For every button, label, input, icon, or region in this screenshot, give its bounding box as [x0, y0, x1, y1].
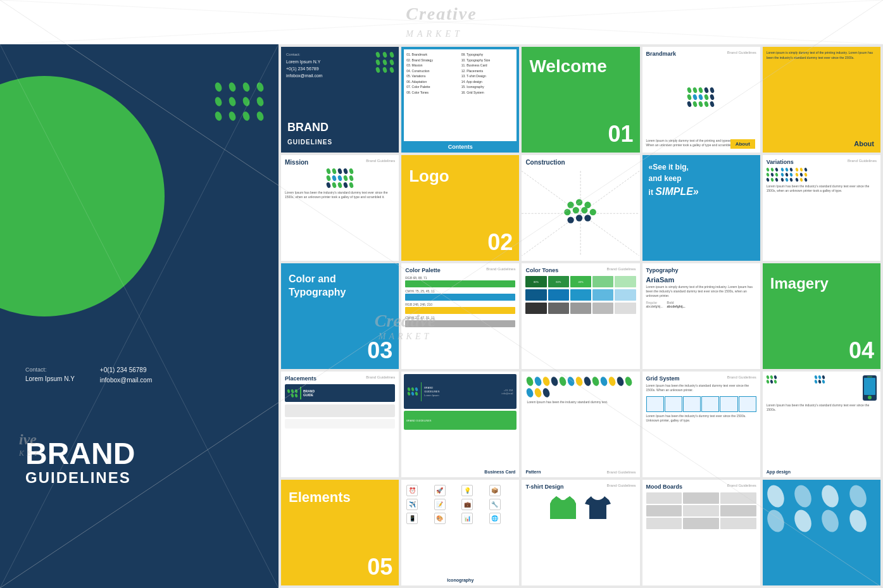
app-design-body: Lorem Ipsum has been the industry's stan…: [765, 402, 878, 413]
slide-color-palette: Color Palette Brand Guidelines RGB 68, 8…: [401, 263, 519, 369]
slide-see-it: «See it big,and keepit SIMPLE»: [642, 155, 760, 261]
logo-title: Logo: [401, 155, 519, 189]
top-bar: Creative MARKET: [0, 0, 883, 44]
slide-construction: Construction: [522, 155, 639, 261]
elements-title: Elements: [281, 480, 399, 509]
color-typography-title: Color andTypography: [281, 263, 399, 303]
slide-color-tones: Color Tones Brand Guidelines 80% 60% 40%: [522, 263, 639, 369]
slide-mood-boards: Mood Boards Brand Guidelines: [642, 480, 760, 585]
svg-point-15: [568, 216, 574, 223]
slide-tshirt: T-shirt Design Brand Guidelines: [522, 480, 639, 585]
slide-mission: Mission Brand Guidelines: [281, 155, 399, 261]
slide-pattern: Lorem Ipsum has been the industry standa…: [522, 372, 639, 477]
right-grid: Contact: Lorem Ipsum N.Y +0(1) 234 56789…: [279, 44, 883, 588]
construction-svg: [522, 171, 639, 256]
slide-app-design: Lorem Ipsum has been the industry's stan…: [763, 372, 880, 477]
mission-body: Lorem Ipsum has been the industry's stan…: [285, 191, 395, 199]
brandmark-title: Brandmark: [646, 51, 677, 57]
typography-body: Lorem ipsum is simply dummy text of the …: [646, 285, 756, 298]
iconography-label: Iconography: [447, 578, 473, 582]
svg-point-17: [585, 215, 591, 221]
slide-welcome: Welcome 01: [522, 47, 639, 153]
variations-subtitle: Brand Guidelines: [848, 159, 877, 165]
left-brand-title: BRAND GUIDELINES: [25, 439, 135, 487]
grid-system-title: Grid System: [646, 375, 680, 382]
grid-system-subtitle: Brand Guidelines: [727, 375, 756, 382]
pattern-body: Lorem Ipsum has been the industry standa…: [524, 400, 637, 404]
mission-title: Mission: [285, 159, 308, 166]
pattern-subtitle: Brand Guidelines: [607, 470, 636, 474]
welcome-title: Welcome: [522, 47, 639, 80]
welcome-number: 01: [608, 121, 634, 147]
typography-title: Typography: [646, 267, 756, 273]
tshirt-dark-icon: [584, 495, 612, 520]
logo-number: 02: [487, 229, 513, 256]
slide-last-blue: [763, 480, 880, 585]
color-tones-title: Color Tones: [525, 267, 558, 273]
slide-variations: Variations Brand Guidelines: [763, 155, 880, 261]
slide-iconography: ⏰ 🚀 💡 📦 ✈️ 📝 💼 🔧 📱 🎨 📊 🌐 Iconography: [401, 480, 519, 585]
placements-subtitle: Brand Guidelines: [366, 375, 395, 382]
svg-point-9: [576, 199, 582, 205]
mood-boards-subtitle: Brand Guidelines: [727, 484, 756, 490]
slide-contents: 01. Brandmark02. Brand Strategy03. Missi…: [401, 47, 519, 153]
green-circle-large: [0, 76, 165, 316]
variations-title: Variations: [767, 159, 794, 165]
business-card-label: Business Card: [484, 470, 515, 474]
slide-business-card: BRANDGUIDELINESLorem Ipsum +01 234info@m…: [401, 372, 519, 477]
color-typography-number: 03: [367, 337, 392, 364]
dots-pattern-top: [215, 82, 266, 121]
mood-boards-title: Mood Boards: [646, 484, 683, 490]
imagery-number: 04: [849, 337, 874, 364]
tshirt-green-icon: [549, 495, 577, 520]
see-it-text: «See it big,and keepit SIMPLE»: [649, 161, 754, 199]
contact-email: infobox@mail.com: [100, 375, 152, 385]
left-panel: Contact: Lorem Ipsum N.Y +0(1) 234 56789…: [0, 44, 279, 588]
slide-elements: Elements 05: [281, 480, 399, 585]
slide-contact: Contact: Lorem Ipsum N.Y +0(1) 234 56789…: [281, 47, 399, 153]
grid-body: Lorem Ipsum has been the industry's stan…: [646, 384, 756, 392]
construction-title: Construction: [525, 159, 636, 166]
watermark-top: Creative MARKET: [406, 4, 477, 41]
slide-typography: Typography AriaSam Lorem ipsum is simply…: [642, 263, 760, 369]
svg-point-11: [565, 209, 571, 215]
placements-title: Placements: [285, 375, 316, 382]
color-palette-title: Color Palette: [405, 267, 441, 273]
slide-grid-system: Grid System Brand Guidelines Lorem Ipsum…: [642, 372, 760, 477]
tshirt-subtitle: Brand Guidelines: [607, 484, 636, 490]
slide-placements: Placements Brand Guidelines BRANDGUIDE: [281, 372, 399, 477]
tshirt-title: T-shirt Design: [525, 484, 563, 490]
brand-title: BRAND: [25, 439, 135, 469]
app-design-label: App design: [767, 470, 791, 474]
contact-address: Lorem Ipsum N.Y: [25, 374, 75, 384]
svg-point-12: [573, 207, 579, 213]
contact-phone: +0(1) 234 56789: [100, 365, 152, 375]
grid-body2: Lorem Ipsum has been the industry's dumm…: [646, 414, 756, 423]
svg-point-14: [590, 209, 596, 215]
main-container: Creative MARKET: [0, 0, 883, 588]
pattern-label: Pattern: [525, 470, 541, 474]
slide-brandmark: Brandmark Brand Guidelines: [642, 47, 760, 153]
elements-number: 05: [367, 554, 392, 580]
contact-label: Contact:: [25, 365, 75, 374]
font-name: AriaSam: [646, 276, 756, 284]
svg-point-16: [576, 215, 582, 221]
brandmark-subtitle: Brand Guidelines: [727, 51, 756, 54]
variations-body: Lorem Ipsum has been the industry's stan…: [767, 184, 877, 193]
slide-imagery: Imagery 04: [763, 263, 880, 369]
slide-logo: Logo 02: [401, 155, 519, 261]
brand-subtitle: GUIDELINES: [25, 469, 135, 487]
imagery-title: Imagery: [763, 263, 880, 296]
mission-subtitle: Brand Guidelines: [366, 159, 395, 166]
slide-about-yellow: Lorem ipsum is simply dummy text of the …: [763, 47, 880, 153]
contents-label: Contents: [401, 144, 519, 153]
contact-info: Contact: Lorem Ipsum N.Y +0(1) 234 56789…: [25, 365, 152, 385]
slide-color-typography: Color andTypography 03: [281, 263, 399, 369]
content-area: Contact: Lorem Ipsum N.Y +0(1) 234 56789…: [0, 44, 883, 588]
svg-point-13: [582, 207, 588, 213]
about-label-2: About: [854, 140, 874, 147]
about-label: About: [730, 139, 755, 149]
svg-point-8: [568, 202, 574, 208]
color-tones-subtitle: Brand Guidelines: [607, 267, 636, 273]
color-palette-subtitle: Brand Guidelines: [486, 267, 515, 273]
